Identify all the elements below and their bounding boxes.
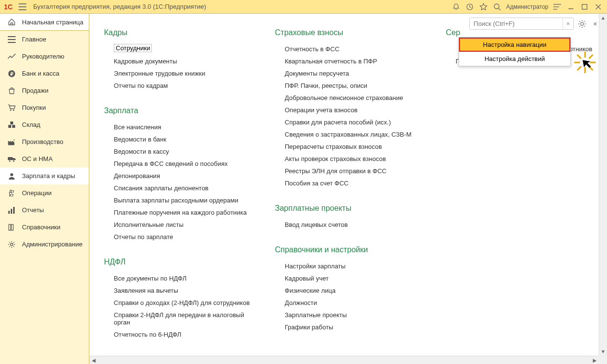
title-bar: 1С Бухгалтерия предприятия, редакция 3.0… (0, 0, 607, 14)
sidebar-item-bank[interactable]: ₽ Банк и касса (0, 65, 89, 82)
link-item[interactable]: Отчеты по кадрам (104, 80, 260, 92)
horizontal-scrollbar[interactable]: ◀ ▶ (89, 356, 599, 364)
link-item[interactable]: Кадровые документы (104, 55, 260, 67)
link-item[interactable]: Все документы по НДФЛ (104, 272, 260, 284)
link-item[interactable]: Передача в ФСС сведений о пособиях (104, 158, 260, 170)
link-item[interactable]: Исполнительные листы (104, 219, 260, 231)
history-icon[interactable] (463, 0, 477, 14)
sidebar-item-label: ОС и НМА (22, 155, 53, 162)
sidebar-item-label: Руководителю (22, 53, 64, 60)
sidebar-item-label: Администрирование (22, 241, 83, 248)
link-item[interactable]: Ведомости в кассу (104, 145, 260, 158)
link-sotrudniki[interactable]: Сотрудники (114, 44, 152, 52)
boxes-icon (7, 121, 16, 129)
sidebar-item-salary-hr[interactable]: Зарплата и кадры (0, 167, 89, 184)
sidebar: Начальная страница Главное Руководителю … (0, 14, 89, 364)
settings-lines-icon[interactable] (550, 0, 564, 14)
svg-rect-17 (9, 224, 11, 230)
sidebar-item-label: Банк и касса (22, 70, 60, 77)
sidebar-item-sales[interactable]: Продажи (0, 82, 89, 99)
link-item[interactable]: Графики работы (275, 321, 431, 333)
link-item[interactable]: Справки о доходах (2-НДФЛ) для сотрудник… (104, 297, 260, 309)
link-item[interactable]: Заявления на вычеты (104, 284, 260, 297)
link-item[interactable]: Зарплатные проекты (275, 309, 431, 321)
section-title-insurance: Страховые взносы (275, 28, 431, 37)
link-item[interactable]: Справки 2-НДФЛ для передачи в налоговый … (104, 309, 260, 328)
column-2: Страховые взносы Отчетность в ФСС Кварта… (275, 28, 431, 341)
scroll-up-icon[interactable]: ▲ (599, 14, 607, 22)
link-item[interactable]: Квартальная отчетность в ПФР (275, 55, 431, 67)
gear-icon (7, 240, 16, 249)
svg-rect-15 (11, 209, 12, 214)
sidebar-item-operations[interactable]: ДтКт Операции (0, 184, 89, 202)
link-item[interactable]: Депонирования (104, 170, 260, 182)
sidebar-item-warehouse[interactable]: Склад (0, 116, 89, 133)
sidebar-item-main[interactable]: Главное (0, 31, 89, 48)
column-3: Сер ботников Проверка регистрации в ИФНС (446, 28, 592, 341)
link-item[interactable]: Платежные поручения на каждого работника (104, 206, 260, 219)
sidebar-item-admin[interactable]: Администрирование (0, 236, 89, 253)
star-icon[interactable] (477, 0, 490, 14)
link-item[interactable]: Акты проверок страховых взносов (275, 153, 431, 165)
link-item[interactable]: Электронные трудовые книжки (104, 67, 260, 80)
svg-point-12 (13, 160, 15, 162)
svg-point-19 (11, 243, 13, 245)
sidebar-item-director[interactable]: Руководителю (0, 48, 89, 65)
debit-credit-icon: ДтКт (7, 189, 16, 198)
link-item[interactable]: Ввод лицевых счетов (275, 219, 431, 231)
scroll-right-icon[interactable]: ▶ (590, 356, 599, 364)
menu-lines-icon (7, 35, 16, 44)
link-item[interactable]: Выплата зарплаты расходными ордерами (104, 194, 260, 206)
link-item[interactable]: Сведения о застрахованных лицах, СЗВ-М (275, 128, 431, 141)
svg-rect-14 (8, 211, 10, 214)
link-item[interactable]: ПФР. Пачки, реестры, описи (275, 80, 431, 92)
sidebar-item-reports[interactable]: Отчеты (0, 202, 89, 219)
sidebar-item-production[interactable]: Производство (0, 133, 89, 150)
svg-rect-9 (10, 121, 13, 124)
link-item[interactable]: Отчеты по зарплате (104, 231, 260, 243)
vertical-scrollbar[interactable]: ▲ ▼ (599, 14, 607, 356)
scroll-down-icon[interactable]: ▼ (599, 347, 607, 356)
link-item[interactable]: Перерасчеты страховых взносов (275, 141, 431, 153)
bars-icon (7, 206, 16, 215)
svg-rect-7 (8, 125, 11, 128)
link-item[interactable]: Кадровый учет (275, 272, 431, 284)
link-item[interactable]: Физические лица (275, 284, 431, 297)
sidebar-item-start-page[interactable]: Начальная страница (0, 14, 89, 31)
svg-point-13 (10, 173, 13, 176)
link-item[interactable]: Справки для расчета пособий (исх.) (275, 116, 431, 128)
link-item[interactable]: Должности (275, 297, 431, 309)
sidebar-item-label: Операции (22, 189, 52, 197)
svg-point-6 (13, 109, 15, 111)
hamburger-icon[interactable] (17, 1, 28, 13)
dropdown-item-nav-settings[interactable]: Настройка навигации (459, 38, 570, 52)
sidebar-item-label: Справочники (22, 223, 61, 231)
link-item[interactable]: Все начисления (104, 121, 260, 133)
link-item[interactable]: Документы персучета (275, 67, 431, 80)
link-item[interactable]: Реестры ЭЛН для отправки в ФСС (275, 165, 431, 177)
link-item[interactable]: Отчетность по 6-НДФЛ (104, 328, 260, 341)
sidebar-item-label: Покупки (22, 104, 46, 111)
search-icon[interactable] (490, 0, 504, 14)
scroll-left-icon[interactable]: ◀ (89, 356, 98, 364)
bell-icon[interactable] (449, 0, 463, 14)
link-item[interactable]: Ведомости в банк (104, 133, 260, 145)
person-icon (7, 172, 16, 181)
cart-icon (7, 103, 16, 112)
minimize-button[interactable] (564, 0, 578, 14)
maximize-button[interactable] (578, 0, 591, 14)
sidebar-item-label: Главное (22, 36, 46, 43)
user-label[interactable]: Администратор (506, 3, 548, 10)
link-item[interactable]: Отчетность в ФСС (275, 43, 431, 55)
sidebar-item-references[interactable]: Справочники (0, 219, 89, 236)
link-item[interactable]: Настройки зарплаты (275, 260, 431, 272)
link-item[interactable]: Операции учета взносов (275, 104, 431, 116)
link-item[interactable]: Списания зарплаты депонентов (104, 182, 260, 194)
sidebar-item-purchases[interactable]: Покупки (0, 99, 89, 116)
sidebar-item-assets[interactable]: ОС и НМА (0, 150, 89, 167)
sidebar-item-label: Зарплата и кадры (22, 172, 75, 180)
dropdown-item-actions-settings[interactable]: Настройка действий (459, 52, 570, 66)
close-button[interactable] (591, 0, 605, 14)
link-item[interactable]: Пособия за счет ФСС (275, 177, 431, 189)
link-item[interactable]: Добровольное пенсионное страхование (275, 92, 431, 104)
